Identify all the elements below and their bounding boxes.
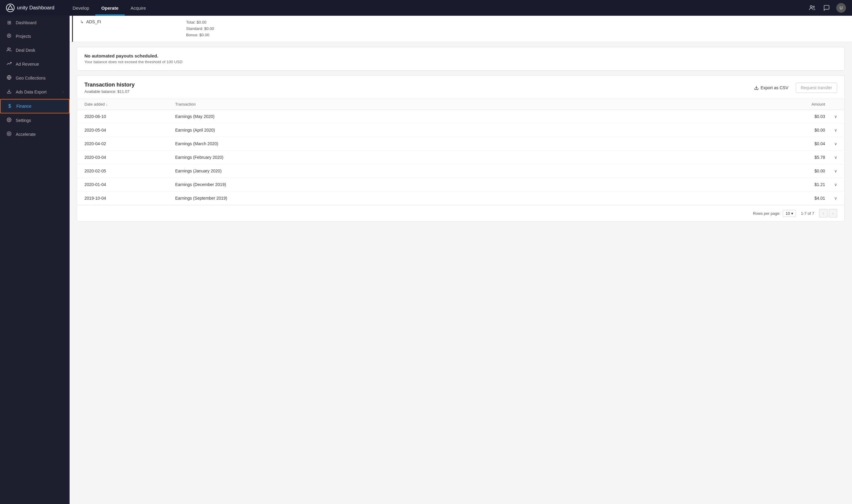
col-date-label: Date added <box>85 102 105 107</box>
nav-develop[interactable]: Develop <box>67 1 95 15</box>
table-cell-expand[interactable]: ∨ <box>825 182 837 187</box>
chevron-right-icon: › <box>62 90 64 94</box>
table-row: 2020-05-04 Earnings (April 2020) $0.00 ∨ <box>77 123 845 137</box>
app-body: ⊞ Dashboard Projects Deal Desk Ad Revenu… <box>0 16 852 504</box>
table-cell-date: 2019-10-04 <box>85 196 175 201</box>
sidebar-item-deal-desk[interactable]: Deal Desk <box>0 43 70 57</box>
chat-icon[interactable] <box>822 3 831 13</box>
table-row: 2020-01-04 Earnings (December 2019) $1.2… <box>77 178 845 192</box>
rows-per-page-select[interactable]: 10 ▾ <box>783 210 796 217</box>
table-cell-date: 2020-01-04 <box>85 182 175 187</box>
sidebar-item-settings[interactable]: Settings <box>0 113 70 127</box>
ads-data-export-icon <box>6 89 12 95</box>
export-label: Export as CSV <box>761 85 788 90</box>
sidebar-item-accelerate[interactable]: Accelerate <box>0 127 70 141</box>
table-row: 2020-02-05 Earnings (January 2020) $0.00… <box>77 164 845 178</box>
ad-revenue-icon <box>6 61 12 67</box>
user-avatar[interactable]: U <box>836 3 846 13</box>
sidebar-label-ads-data-export: Ads Data Export <box>16 90 59 94</box>
export-csv-button[interactable]: Export as CSV <box>750 83 792 93</box>
table-cell-amount: $1.21 <box>771 182 825 187</box>
app-title: unity Dashboard <box>17 5 54 11</box>
sidebar-label-finance: Finance <box>16 104 63 109</box>
sidebar-label-ad-revenue: Ad Revenue <box>16 62 64 67</box>
app-logo[interactable]: unity Dashboard <box>6 4 54 12</box>
next-page-button[interactable]: › <box>829 209 837 217</box>
sidebar-label-accelerate: Accelerate <box>16 132 64 137</box>
balance-value: $11.07 <box>117 89 129 94</box>
table-row: 2020-03-04 Earnings (February 2020) $5.7… <box>77 151 845 164</box>
svg-marker-1 <box>8 5 13 10</box>
sidebar-label-deal-desk: Deal Desk <box>16 48 64 53</box>
sidebar-item-ads-data-export[interactable]: Ads Data Export › <box>0 85 70 99</box>
expand-row-icon[interactable]: ∨ <box>834 155 837 160</box>
nav-acquire[interactable]: Acquire <box>125 1 152 15</box>
expand-row-icon[interactable]: ∨ <box>834 141 837 146</box>
svg-point-11 <box>7 131 11 136</box>
table-cell-expand[interactable]: ∨ <box>825 128 837 132</box>
top-nav-links: Develop Operate Acquire <box>67 1 807 15</box>
table-cell-expand[interactable]: ∨ <box>825 155 837 160</box>
table-cell-amount: $5.78 <box>771 155 825 160</box>
expand-row-icon[interactable]: ∨ <box>834 182 837 187</box>
svg-point-4 <box>7 34 11 37</box>
svg-point-3 <box>813 6 815 7</box>
table-cell-transaction: Earnings (March 2020) <box>175 141 771 146</box>
svg-point-6 <box>7 48 9 49</box>
sidebar-item-dashboard[interactable]: ⊞ Dashboard <box>0 16 70 29</box>
transaction-balance: Available balance: $11.07 <box>85 89 134 94</box>
sidebar-item-finance[interactable]: $ Finance <box>0 99 70 113</box>
table-cell-amount: $4.01 <box>771 196 825 201</box>
sidebar-item-geo-collections[interactable]: Geo Collections <box>0 71 70 85</box>
geo-collections-icon <box>6 75 12 81</box>
table-cell-transaction: Earnings (September 2019) <box>175 196 771 201</box>
partial-top-section: ↳ ADS_FI Total: $0.00 Standard: $0.00 Bo… <box>70 16 852 42</box>
request-transfer-button[interactable]: Request transfer <box>796 83 837 93</box>
sidebar-label-dashboard: Dashboard <box>16 20 64 25</box>
alert-subtitle: Your balance does not exceed the thresho… <box>85 59 837 64</box>
table-cell-transaction: Earnings (April 2020) <box>175 128 771 132</box>
sidebar-label-settings: Settings <box>16 118 64 123</box>
table-row: 2019-10-04 Earnings (September 2019) $4.… <box>77 192 845 205</box>
table-cell-transaction: Earnings (January 2020) <box>175 168 771 173</box>
table-cell-amount: $0.00 <box>771 128 825 132</box>
prev-page-button[interactable]: ‹ <box>819 209 828 217</box>
svg-point-2 <box>810 5 812 7</box>
expand-row-icon[interactable]: ∨ <box>834 168 837 173</box>
table-cell-date: 2020-05-04 <box>85 128 175 132</box>
accelerate-icon <box>6 131 12 137</box>
col-header-amount: Amount <box>771 102 825 107</box>
transaction-header: Transaction history Available balance: $… <box>77 76 845 99</box>
partial-row-name: ADS_FI <box>86 19 101 24</box>
top-nav-actions: U <box>807 3 846 13</box>
sub-row-arrow-icon: ↳ <box>80 19 84 24</box>
col-header-transaction: Transaction <box>175 102 771 107</box>
table-cell-expand[interactable]: ∨ <box>825 196 837 201</box>
sidebar-item-ad-revenue[interactable]: Ad Revenue <box>0 57 70 71</box>
top-nav: unity Dashboard Develop Operate Acquire … <box>0 0 852 16</box>
people-icon[interactable] <box>807 3 817 13</box>
transaction-actions: Export as CSV Request transfer <box>750 83 837 93</box>
alert-box: No automated payouts scheduled. Your bal… <box>77 47 845 71</box>
expand-row-icon[interactable]: ∨ <box>834 196 837 201</box>
table-cell-expand[interactable]: ∨ <box>825 168 837 173</box>
page-info: 1-7 of 7 <box>801 211 814 216</box>
partial-row-left: ↳ ADS_FI <box>80 19 186 24</box>
sort-arrow-icon: ↓ <box>106 103 108 106</box>
expand-row-icon[interactable]: ∨ <box>834 128 837 132</box>
expand-row-icon[interactable]: ∨ <box>834 114 837 119</box>
sidebar-item-projects[interactable]: Projects <box>0 29 70 43</box>
table-cell-expand[interactable]: ∨ <box>825 114 837 119</box>
deal-desk-icon <box>6 47 12 53</box>
balance-label: Available balance: <box>85 89 116 94</box>
col-header-date[interactable]: Date added ↓ <box>85 102 175 107</box>
projects-icon <box>6 33 12 39</box>
nav-operate[interactable]: Operate <box>95 1 125 15</box>
pagination: Rows per page: 10 ▾ 1-7 of 7 ‹ › <box>77 205 845 221</box>
settings-icon <box>6 118 12 123</box>
rows-per-page-value: 10 <box>785 211 790 216</box>
table-cell-expand[interactable]: ∨ <box>825 141 837 146</box>
transaction-history-section: Transaction history Available balance: $… <box>77 75 845 221</box>
rows-per-page-label: Rows per page: <box>753 211 780 216</box>
table-cell-date: 2020-04-02 <box>85 141 175 146</box>
